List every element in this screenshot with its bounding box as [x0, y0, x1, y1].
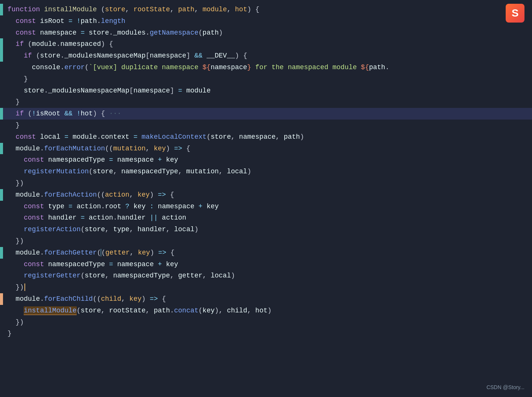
git-marker-22 [0, 247, 3, 259]
code-editor: S function installModule (store, rootSta… [0, 0, 532, 397]
line-9-text: } [8, 97, 20, 108]
code-line-20: registerAction(store, type, handler, loc… [0, 224, 532, 235]
line-11-text: } [8, 120, 20, 131]
code-line-25: }) [0, 282, 532, 293]
git-marker-26 [0, 293, 3, 305]
line-25-text: }) [8, 282, 25, 293]
code-line-10: if (!isRoot && !hot) { ··· [0, 108, 532, 120]
line-1-text: function installModule (store, rootState… [8, 4, 259, 15]
line-19-text: const handler = action.handler || action [8, 212, 186, 223]
code-line-12: const local = module.context = makeLocal… [0, 131, 532, 143]
line-29-text: } [8, 328, 12, 339]
code-line-2: const isRoot = !path.length [0, 15, 532, 27]
code-line-4: if (module.namespaced) { [0, 38, 532, 50]
line-24-text: registerGetter(store, namespacedType, ge… [8, 270, 235, 281]
line-8-text: store._modulesNamespaceMap[namespace] = … [8, 85, 211, 96]
line-28-text: }) [8, 317, 24, 328]
line-22-text: module.forEachGetter((getter, key) => { [8, 247, 174, 258]
git-marker-5 [0, 50, 3, 62]
git-marker-13 [0, 143, 3, 155]
line-27-text: installModule(store, rootState, path.con… [8, 305, 271, 316]
line-18-text: const type = action.root ? key : namespa… [8, 201, 219, 212]
git-marker-10 [0, 108, 3, 120]
line-10-text: if (!isRoot && !hot) { ··· [8, 108, 121, 119]
line-23-text: const namespacedType = namespace + key [8, 259, 178, 270]
code-line-9: } [0, 96, 532, 108]
line-2-text: const isRoot = !path.length [8, 16, 125, 27]
code-line-14: const namespacedType = namespace + key [0, 154, 532, 166]
code-line-23: const namespacedType = namespace + key [0, 259, 532, 270]
line-21-text: }) [8, 236, 24, 247]
git-marker-1 [0, 4, 3, 15]
line-15-text: registerMutation(store, namespacedType, … [8, 166, 251, 177]
line-5-text: if (store._modulesNamespaceMap[namespace… [8, 50, 247, 61]
line-12-text: const local = module.context = makeLocal… [8, 132, 304, 142]
code-line-24: registerGetter(store, namespacedType, ge… [0, 270, 532, 282]
code-line-17: module.forEachAction((action, key) => { [0, 189, 532, 201]
code-line-19: const handler = action.handler || action [0, 212, 532, 224]
line-6-text: console.error(`[vuex] duplicate namespac… [8, 62, 389, 73]
line-20-text: registerAction(store, type, handler, loc… [8, 224, 199, 235]
code-line-11: } [0, 120, 532, 131]
line-7-text: } [8, 74, 28, 85]
code-line-21: }) [0, 235, 532, 247]
line-3-text: const namespace = store._modules.getName… [8, 27, 223, 38]
code-line-1: function installModule (store, rootState… [0, 4, 532, 15]
code-line-8: store._modulesNamespaceMap[namespace] = … [0, 85, 532, 97]
line-17-text: module.forEachAction((action, key) => { [8, 189, 174, 200]
line-4-text: if (module.namespaced) { [8, 39, 113, 50]
code-line-22: module.forEachGetter((getter, key) => { [0, 247, 532, 259]
git-marker-4 [0, 38, 3, 50]
code-line-28: }) [0, 317, 532, 328]
code-line-27: installModule(store, rootState, path.con… [0, 305, 532, 317]
line-26-text: module.forEachChild((child, key) => { [8, 294, 166, 305]
code-line-15: registerMutation(store, namespacedType, … [0, 166, 532, 177]
code-line-6: console.error(`[vuex] duplicate namespac… [0, 62, 532, 73]
code-line-3: const namespace = store._modules.getName… [0, 27, 532, 39]
code-line-5: if (store._modulesNamespaceMap[namespace… [0, 50, 532, 62]
line-13-text: module.forEachMutation((mutation, key) =… [8, 143, 190, 154]
code-line-26: module.forEachChild((child, key) => { [0, 293, 532, 305]
line-16-text: }) [8, 178, 24, 189]
code-line-16: }) [0, 177, 532, 189]
code-line-18: const type = action.root ? key : namespa… [0, 201, 532, 212]
code-line-7: } [0, 73, 532, 85]
git-marker-17 [0, 189, 3, 201]
code-line-29: } [0, 328, 532, 339]
line-14-text: const namespacedType = namespace + key [8, 155, 178, 165]
code-line-13: module.forEachMutation((mutation, key) =… [0, 143, 532, 155]
watermark-text: CSDN @Story... [487, 383, 524, 391]
